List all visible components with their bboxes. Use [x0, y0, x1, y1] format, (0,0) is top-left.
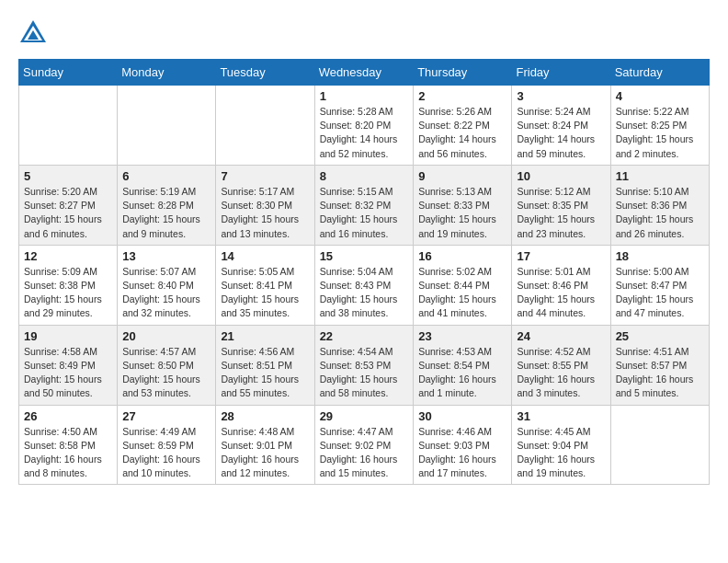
- calendar-cell: 19Sunrise: 4:58 AMSunset: 8:49 PMDayligh…: [19, 325, 118, 405]
- day-info: Sunrise: 5:22 AMSunset: 8:25 PMDaylight:…: [616, 105, 704, 161]
- calendar-cell: 14Sunrise: 5:05 AMSunset: 8:41 PMDayligh…: [216, 245, 314, 325]
- calendar-cell: [118, 86, 216, 166]
- day-number: 10: [517, 169, 605, 183]
- calendar-cell: 4Sunrise: 5:22 AMSunset: 8:25 PMDaylight…: [610, 86, 709, 166]
- day-info: Sunrise: 5:09 AMSunset: 8:38 PMDaylight:…: [24, 265, 112, 321]
- calendar-cell: 5Sunrise: 5:20 AMSunset: 8:27 PMDaylight…: [19, 165, 118, 245]
- calendar-cell: 11Sunrise: 5:10 AMSunset: 8:36 PMDayligh…: [610, 165, 709, 245]
- day-number: 18: [616, 249, 704, 263]
- day-number: 20: [122, 329, 210, 343]
- weekday-header-row: SundayMondayTuesdayWednesdayThursdayFrid…: [19, 60, 710, 86]
- day-number: 27: [122, 409, 210, 423]
- day-info: Sunrise: 5:00 AMSunset: 8:47 PMDaylight:…: [616, 265, 704, 321]
- day-number: 12: [24, 249, 112, 263]
- day-number: 11: [616, 169, 704, 183]
- day-info: Sunrise: 4:47 AMSunset: 9:02 PMDaylight:…: [320, 425, 409, 481]
- day-info: Sunrise: 4:52 AMSunset: 8:55 PMDaylight:…: [517, 345, 605, 401]
- day-number: 24: [517, 329, 605, 343]
- day-info: Sunrise: 5:04 AMSunset: 8:43 PMDaylight:…: [320, 265, 409, 321]
- calendar-week-row: 12Sunrise: 5:09 AMSunset: 8:38 PMDayligh…: [19, 245, 710, 325]
- day-number: 4: [616, 89, 704, 103]
- day-info: Sunrise: 4:45 AMSunset: 9:04 PMDaylight:…: [517, 425, 605, 481]
- day-number: 31: [517, 409, 605, 423]
- calendar-cell: [216, 86, 314, 166]
- day-number: 22: [320, 329, 409, 343]
- day-info: Sunrise: 5:24 AMSunset: 8:24 PMDaylight:…: [517, 105, 605, 161]
- calendar-cell: 21Sunrise: 4:56 AMSunset: 8:51 PMDayligh…: [216, 325, 314, 405]
- day-info: Sunrise: 4:58 AMSunset: 8:49 PMDaylight:…: [24, 345, 112, 401]
- day-info: Sunrise: 5:12 AMSunset: 8:35 PMDaylight:…: [517, 185, 605, 241]
- day-info: Sunrise: 4:54 AMSunset: 8:53 PMDaylight:…: [320, 345, 409, 401]
- day-info: Sunrise: 5:26 AMSunset: 8:22 PMDaylight:…: [418, 105, 506, 161]
- day-info: Sunrise: 5:20 AMSunset: 8:27 PMDaylight:…: [24, 185, 112, 241]
- calendar-cell: 18Sunrise: 5:00 AMSunset: 8:47 PMDayligh…: [610, 245, 709, 325]
- calendar-cell: 27Sunrise: 4:49 AMSunset: 8:59 PMDayligh…: [118, 405, 216, 485]
- day-info: Sunrise: 4:46 AMSunset: 9:03 PMDaylight:…: [418, 425, 506, 481]
- calendar-cell: 31Sunrise: 4:45 AMSunset: 9:04 PMDayligh…: [512, 405, 610, 485]
- day-number: 21: [221, 329, 309, 343]
- calendar-cell: 12Sunrise: 5:09 AMSunset: 8:38 PMDayligh…: [19, 245, 118, 325]
- calendar-cell: 16Sunrise: 5:02 AMSunset: 8:44 PMDayligh…: [414, 245, 512, 325]
- day-number: 16: [418, 249, 506, 263]
- day-number: 14: [221, 249, 309, 263]
- day-number: 28: [221, 409, 309, 423]
- calendar-cell: 30Sunrise: 4:46 AMSunset: 9:03 PMDayligh…: [414, 405, 512, 485]
- calendar-cell: 6Sunrise: 5:19 AMSunset: 8:28 PMDaylight…: [118, 165, 216, 245]
- calendar-cell: 7Sunrise: 5:17 AMSunset: 8:30 PMDaylight…: [216, 165, 314, 245]
- page-header: [18, 18, 710, 44]
- day-info: Sunrise: 5:01 AMSunset: 8:46 PMDaylight:…: [517, 265, 605, 321]
- day-info: Sunrise: 4:50 AMSunset: 8:58 PMDaylight:…: [24, 425, 112, 481]
- calendar-cell: [610, 405, 709, 485]
- day-number: 8: [320, 169, 409, 183]
- day-info: Sunrise: 4:49 AMSunset: 8:59 PMDaylight:…: [122, 425, 210, 481]
- calendar-cell: 24Sunrise: 4:52 AMSunset: 8:55 PMDayligh…: [512, 325, 610, 405]
- day-info: Sunrise: 5:15 AMSunset: 8:32 PMDaylight:…: [320, 185, 409, 241]
- day-info: Sunrise: 5:13 AMSunset: 8:33 PMDaylight:…: [418, 185, 506, 241]
- day-number: 2: [418, 89, 506, 103]
- calendar-cell: 10Sunrise: 5:12 AMSunset: 8:35 PMDayligh…: [512, 165, 610, 245]
- day-number: 25: [616, 329, 704, 343]
- weekday-header-friday: Friday: [512, 60, 610, 86]
- weekday-header-sunday: Sunday: [19, 60, 118, 86]
- day-number: 29: [320, 409, 409, 423]
- calendar-week-row: 26Sunrise: 4:50 AMSunset: 8:58 PMDayligh…: [19, 405, 710, 485]
- day-info: Sunrise: 5:28 AMSunset: 8:20 PMDaylight:…: [320, 105, 409, 161]
- calendar-cell: 9Sunrise: 5:13 AMSunset: 8:33 PMDaylight…: [414, 165, 512, 245]
- day-info: Sunrise: 4:51 AMSunset: 8:57 PMDaylight:…: [616, 345, 704, 401]
- calendar-cell: 20Sunrise: 4:57 AMSunset: 8:50 PMDayligh…: [118, 325, 216, 405]
- calendar-cell: 2Sunrise: 5:26 AMSunset: 8:22 PMDaylight…: [414, 86, 512, 166]
- day-info: Sunrise: 4:56 AMSunset: 8:51 PMDaylight:…: [221, 345, 309, 401]
- weekday-header-wednesday: Wednesday: [314, 60, 414, 86]
- day-info: Sunrise: 5:07 AMSunset: 8:40 PMDaylight:…: [122, 265, 210, 321]
- day-info: Sunrise: 4:53 AMSunset: 8:54 PMDaylight:…: [418, 345, 506, 401]
- day-info: Sunrise: 5:10 AMSunset: 8:36 PMDaylight:…: [616, 185, 704, 241]
- calendar-cell: 23Sunrise: 4:53 AMSunset: 8:54 PMDayligh…: [414, 325, 512, 405]
- calendar-week-row: 1Sunrise: 5:28 AMSunset: 8:20 PMDaylight…: [19, 86, 710, 166]
- logo-icon: [18, 18, 48, 44]
- logo: [18, 18, 51, 44]
- day-number: 3: [517, 89, 605, 103]
- day-number: 1: [320, 89, 409, 103]
- day-info: Sunrise: 5:17 AMSunset: 8:30 PMDaylight:…: [221, 185, 309, 241]
- day-number: 26: [24, 409, 112, 423]
- day-number: 23: [418, 329, 506, 343]
- day-info: Sunrise: 5:02 AMSunset: 8:44 PMDaylight:…: [418, 265, 506, 321]
- calendar-cell: 15Sunrise: 5:04 AMSunset: 8:43 PMDayligh…: [314, 245, 414, 325]
- weekday-header-monday: Monday: [118, 60, 216, 86]
- day-info: Sunrise: 4:57 AMSunset: 8:50 PMDaylight:…: [122, 345, 210, 401]
- day-info: Sunrise: 4:48 AMSunset: 9:01 PMDaylight:…: [221, 425, 309, 481]
- weekday-header-saturday: Saturday: [610, 60, 709, 86]
- calendar-cell: 28Sunrise: 4:48 AMSunset: 9:01 PMDayligh…: [216, 405, 314, 485]
- day-number: 9: [418, 169, 506, 183]
- calendar-week-row: 5Sunrise: 5:20 AMSunset: 8:27 PMDaylight…: [19, 165, 710, 245]
- calendar-cell: 29Sunrise: 4:47 AMSunset: 9:02 PMDayligh…: [314, 405, 414, 485]
- day-number: 17: [517, 249, 605, 263]
- calendar-cell: 26Sunrise: 4:50 AMSunset: 8:58 PMDayligh…: [19, 405, 118, 485]
- calendar-cell: 25Sunrise: 4:51 AMSunset: 8:57 PMDayligh…: [610, 325, 709, 405]
- calendar-cell: 17Sunrise: 5:01 AMSunset: 8:46 PMDayligh…: [512, 245, 610, 325]
- day-number: 19: [24, 329, 112, 343]
- calendar-cell: 13Sunrise: 5:07 AMSunset: 8:40 PMDayligh…: [118, 245, 216, 325]
- day-number: 30: [418, 409, 506, 423]
- day-number: 7: [221, 169, 309, 183]
- day-number: 13: [122, 249, 210, 263]
